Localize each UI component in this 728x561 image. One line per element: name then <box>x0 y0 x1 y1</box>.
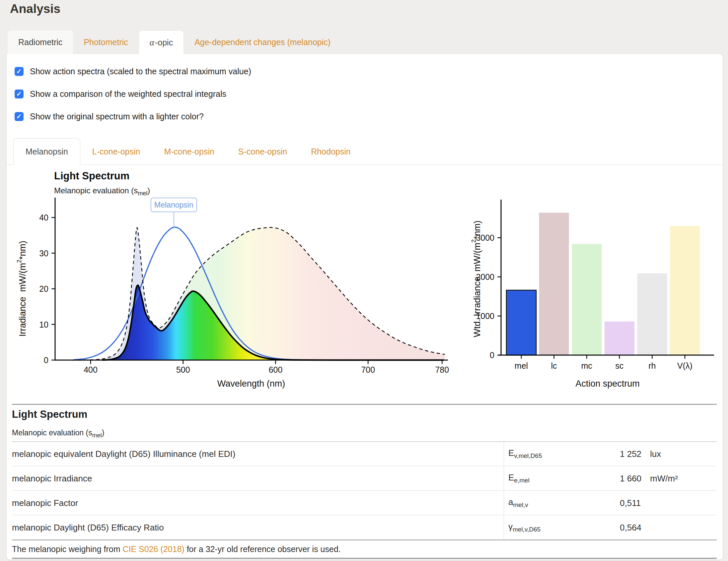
tab-radiometric[interactable]: Radiometric <box>8 31 73 54</box>
checkbox-label: Show the original spectrum with a lighte… <box>30 112 204 121</box>
svg-text:3000: 3000 <box>476 233 494 243</box>
row-symbol: γmel,v,D65 <box>508 522 541 533</box>
weighted-irradiance-bar-chart: 0100020003000mellcmcscrhV(λ)Action spect… <box>465 168 728 396</box>
table-row: melanopic Factor amel,v 0,511 <box>12 491 717 515</box>
svg-text:lc: lc <box>551 361 557 370</box>
checkbox-label: Show a comparison of the weighted spectr… <box>30 89 226 99</box>
row-label: melanopic Daylight (D65) Efficacy Ratio <box>12 523 164 533</box>
subtab-l-cone-opsin[interactable]: L-cone-opsin <box>80 138 152 165</box>
option-show-original-spectrum: Show the original spectrum with a lighte… <box>15 111 204 121</box>
row-value: 1 252lux <box>620 449 661 459</box>
row-value: 0,564 <box>620 523 650 533</box>
row-label: melanopic Factor <box>12 498 78 508</box>
spectrum-plot <box>72 227 445 360</box>
checkbox-checked-icon[interactable] <box>15 90 24 99</box>
subtab-s-cone-opsin[interactable]: S-cone-opsin <box>226 138 299 165</box>
svg-text:sc: sc <box>615 361 623 370</box>
checkbox-checked-icon[interactable] <box>15 67 24 76</box>
melanopsin-curve-label: Melanopsin <box>151 198 197 226</box>
table-row: melanopic Irradiance Ee,mel 1 660mW/m² <box>12 466 717 490</box>
svg-text:500: 500 <box>176 365 190 374</box>
bar-rh <box>637 273 667 355</box>
x-axis-title: Action spectrum <box>575 379 640 388</box>
table-subtitle: Melanopic evaluation (smel) <box>12 428 104 439</box>
svg-text:700: 700 <box>361 365 375 374</box>
svg-text:780: 780 <box>435 365 449 374</box>
row-label: melanopic equivalent Daylight (D65) Illu… <box>12 449 235 459</box>
table-heading: Light Spectrum <box>12 408 87 420</box>
x-axis-title: Wavelength (nm) <box>217 379 285 388</box>
svg-text:400: 400 <box>84 365 98 374</box>
cie-s026-link[interactable]: CIE S026 (2018) <box>123 544 184 554</box>
svg-text:10: 10 <box>39 320 48 329</box>
svg-text:20: 20 <box>39 284 48 293</box>
checkbox-checked-icon[interactable] <box>15 112 24 121</box>
bar-sc <box>605 321 634 355</box>
tab-alpha-opic[interactable]: α-opic <box>139 31 184 54</box>
row-value: 1 660mW/m² <box>620 473 678 484</box>
tab-age-dependent-changes[interactable]: Age-dependent changes (melanopic) <box>184 31 341 54</box>
table-top-border <box>12 404 717 405</box>
bar-lc <box>539 213 569 355</box>
svg-text:30: 30 <box>39 249 48 258</box>
table-row: melanopic Daylight (D65) Efficacy Ratio … <box>12 516 717 539</box>
svg-text:1000: 1000 <box>476 311 494 320</box>
svg-text:mc: mc <box>581 361 592 370</box>
svg-text:V(λ): V(λ) <box>677 361 692 370</box>
light-spectrum-chart: 400500600700780010203040Wavelength (nm)M… <box>0 168 465 396</box>
row-value: 0,511 <box>620 498 649 508</box>
checkbox-label: Show action spectra (scaled to the spect… <box>30 67 251 76</box>
svg-text:2000: 2000 <box>476 272 494 281</box>
bar-plot <box>506 213 700 355</box>
page-title: Analysis <box>10 2 60 16</box>
row-symbol: amel,v <box>508 497 528 509</box>
analysis-page: Analysis Radiometric Photometric α-opic … <box>0 0 728 561</box>
bar-mc <box>572 244 602 355</box>
svg-text:0: 0 <box>44 355 48 365</box>
opsin-subtabbar: Melanopsin L-cone-opsin M-cone-opsin S-c… <box>13 138 363 165</box>
option-show-action-spectra: Show action spectra (scaled to the spect… <box>15 66 251 76</box>
svg-text:40: 40 <box>39 213 48 222</box>
row-label: melanopic Irradiance <box>12 473 92 484</box>
main-tabbar: Radiometric Photometric α-opic Age-depen… <box>8 31 341 54</box>
table-column-divider <box>504 442 504 539</box>
svg-text:Melanopsin: Melanopsin <box>154 201 193 209</box>
svg-text:mel: mel <box>515 361 528 370</box>
subtab-melanopsin[interactable]: Melanopsin <box>13 138 80 165</box>
tab-photometric[interactable]: Photometric <box>73 31 138 54</box>
svg-text:rh: rh <box>648 361 656 370</box>
subtab-m-cone-opsin[interactable]: M-cone-opsin <box>152 138 226 165</box>
table-footnote: The melanopic weighing from CIE S026 (20… <box>12 540 341 558</box>
table-bottom-border <box>12 558 717 559</box>
row-symbol: Ee,mel <box>508 472 530 484</box>
row-symbol: Ev,mel,D65 <box>508 448 542 459</box>
table-row: melanopic equivalent Daylight (D65) Illu… <box>12 442 717 466</box>
option-show-comparison: Show a comparison of the weighted spectr… <box>15 89 226 99</box>
svg-text:600: 600 <box>269 365 283 374</box>
bar-V(λ) <box>670 226 700 355</box>
svg-text:0: 0 <box>490 350 494 360</box>
subtab-rhodopsin[interactable]: Rhodopsin <box>299 138 363 165</box>
bar-mel <box>506 290 536 355</box>
